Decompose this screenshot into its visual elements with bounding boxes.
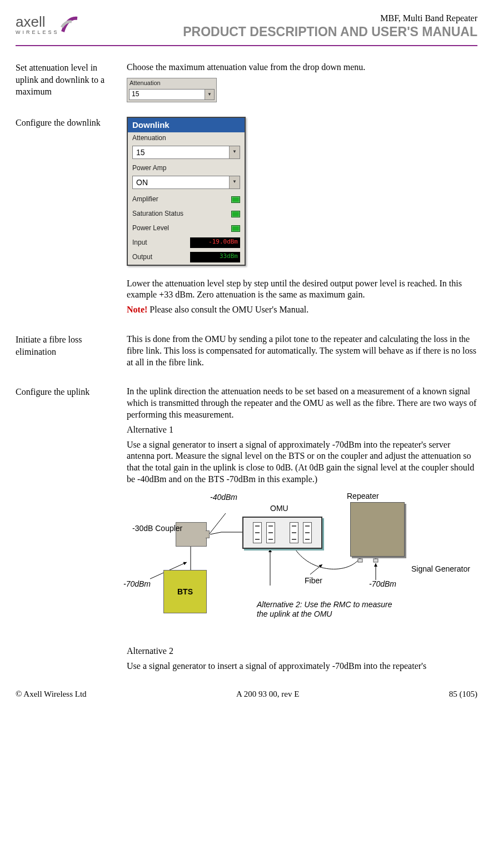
dl-input-row: Input -19.0dBm	[128, 236, 245, 250]
content-attenuation: Choose the maximum attenuation value fro…	[127, 62, 477, 102]
footer-center: A 200 93 00, rev E	[236, 690, 299, 699]
side-label-uplink: Configure the uplink	[16, 386, 127, 398]
svg-line-1	[209, 513, 226, 534]
m70-left-label: -70dBm	[123, 579, 151, 589]
uplink-diagram: BTS -30dB Coupler -40dBm OMU Repeater -7…	[127, 491, 471, 636]
section-configure-uplink: Configure the uplink In the uplink direc…	[16, 386, 477, 675]
attenuation-instruction: Choose the maximum attenuation value fro…	[127, 62, 477, 73]
header-titles: MBF, Multi Band Repeater PRODUCT DESCRIP…	[93, 13, 477, 39]
dl-saturation-label: Saturation Status	[132, 210, 183, 219]
repeater-box	[350, 502, 405, 557]
fiber-label: Fiber	[305, 576, 322, 586]
coupler-label: -30dB Coupler	[132, 523, 172, 533]
dl-amplifier-row: Amplifier	[128, 192, 245, 207]
dl-powerlevel-row: Power Level	[128, 221, 245, 236]
dl-input-readout: -19.0dBm	[190, 237, 240, 248]
side-label-attenuation: Set attenuation level in uplink and down…	[16, 62, 127, 98]
page-footer: © Axell Wireless Ltd A 200 93 00, rev E …	[16, 690, 477, 699]
dl-input-label: Input	[132, 239, 147, 247]
uplink-alt2-body: Use a signal generator to insert a signa…	[127, 661, 477, 672]
dl-amplifier-label: Amplifier	[132, 195, 158, 204]
m70-right-label: -70dBm	[369, 579, 396, 589]
bts-label: BTS	[177, 587, 193, 597]
doc-subtitle: MBF, Multi Band Repeater	[93, 13, 477, 23]
dl-poweramp-dropdown[interactable]: ON ▼	[132, 176, 240, 189]
note-body: Please also consult the OMU User's Manua…	[147, 305, 308, 314]
alt2-diagram-note: Alternative 2: Use the RMC to measure th…	[257, 600, 401, 619]
dl-atten-dropdown[interactable]: 15 ▼	[132, 146, 240, 159]
omu-box	[242, 517, 322, 549]
logo-text: axell	[16, 13, 59, 31]
led-indicator-icon	[231, 225, 240, 232]
dl-output-readout: 33dBm	[190, 252, 240, 262]
chevron-down-icon: ▼	[229, 176, 240, 189]
uplink-alt1-head: Alternative 1	[127, 424, 477, 436]
fibre-body: This is done from the OMU by sending a p…	[127, 334, 477, 368]
logo: axell WIRELESS	[16, 13, 93, 35]
section-set-attenuation: Set attenuation level in uplink and down…	[16, 62, 477, 102]
attenuation-fig-label: Attenuation	[127, 78, 216, 87]
attenuation-value: 15	[130, 90, 205, 99]
dl-atten-label: Attenuation	[128, 132, 245, 145]
attenuation-dropdown-figure: Attenuation 15 ▼	[127, 78, 217, 102]
downlink-note: Note! Please also consult the OMU User's…	[127, 304, 477, 316]
footer-left: © Axell Wireless Ltd	[16, 690, 87, 699]
dl-atten-value: 15	[133, 147, 229, 157]
uplink-intro: In the uplink direction the attenuation …	[127, 386, 477, 420]
chevron-down-icon: ▼	[205, 90, 214, 100]
side-label-downlink: Configure the downlink	[16, 117, 127, 129]
dl-poweramp-value: ON	[133, 177, 229, 187]
dl-saturation-row: Saturation Status	[128, 207, 245, 221]
footer-right: 85 (105)	[449, 690, 477, 699]
dl-poweramp-label: Power Amp	[128, 162, 245, 175]
uplink-alt2-head: Alternative 2	[127, 646, 477, 657]
downlink-panel-title: Downlink	[128, 118, 245, 132]
page-header: axell WIRELESS MBF, Multi Band Repeater …	[16, 13, 477, 46]
bts-box: BTS	[163, 570, 207, 613]
led-indicator-icon	[231, 196, 240, 203]
downlink-instruction: Lower the attenuation level step by step…	[127, 278, 477, 301]
side-label-fibre: Initiate a fibre loss elimination	[16, 334, 127, 358]
dl-powerlevel-label: Power Level	[132, 224, 169, 233]
dl-output-label: Output	[132, 253, 152, 262]
doc-title: PRODUCT DESCRIPTION AND USER'S MANUAL	[93, 24, 477, 39]
logo-subtext: WIRELESS	[16, 29, 59, 35]
content-uplink: In the uplink direction the attenuation …	[127, 386, 477, 675]
omu-label: OMU	[270, 503, 288, 513]
svg-rect-8	[374, 559, 378, 562]
section-configure-downlink: Configure the downlink Downlink Attenuat…	[16, 117, 477, 319]
m40-label: -40dBm	[210, 492, 237, 502]
signal-generator-label: Signal Generator	[411, 564, 470, 574]
uplink-alt1-body: Use a signal generator to insert a signa…	[127, 439, 477, 485]
dl-output-row: Output 33dBm	[128, 250, 245, 265]
section-fibre-loss: Initiate a fibre loss elimination This i…	[16, 334, 477, 371]
repeater-label: Repeater	[347, 491, 379, 501]
downlink-panel-figure: Downlink Attenuation 15 ▼ Power Amp ON ▼…	[127, 117, 246, 266]
attenuation-dropdown[interactable]: 15 ▼	[129, 89, 215, 100]
led-indicator-icon	[231, 211, 240, 217]
svg-rect-7	[358, 559, 362, 562]
chevron-down-icon: ▼	[229, 146, 240, 158]
content-downlink: Downlink Attenuation 15 ▼ Power Amp ON ▼…	[127, 117, 477, 319]
content-fibre: This is done from the OMU by sending a p…	[127, 334, 477, 371]
logo-icon	[61, 15, 79, 34]
note-label: Note!	[127, 305, 147, 314]
